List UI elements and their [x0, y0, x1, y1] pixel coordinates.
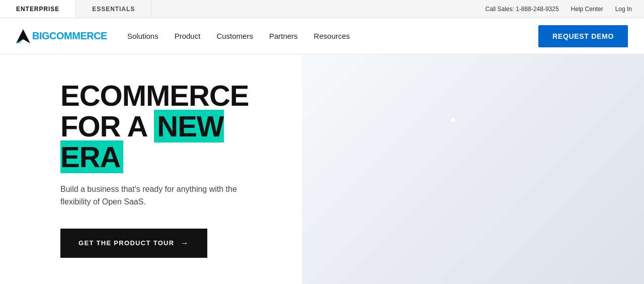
nav-links: Solutions Product Customers Partners Res… — [127, 32, 350, 41]
login-link[interactable]: Log In — [615, 6, 632, 13]
top-bar: ENTERPRISE ESSENTIALS Call Sales: 1-888-… — [0, 0, 644, 18]
top-bar-right: Call Sales: 1-888-248-9325 Help Center L… — [486, 6, 645, 13]
hero-cta-button[interactable]: GET THE PRODUCT TOUR → — [60, 229, 207, 258]
nav-customers[interactable]: Customers — [216, 32, 253, 40]
arrow-right-icon: → — [180, 239, 189, 248]
main-nav: BIGCOMMERCE Solutions Product Customers … — [0, 18, 644, 54]
hero-content: ECOMMERCE FOR A NEW ERA Build a business… — [0, 81, 282, 258]
logo[interactable]: BIGCOMMERCE — [16, 29, 107, 43]
nav-solutions[interactable]: Solutions — [127, 32, 158, 40]
help-center-link[interactable]: Help Center — [571, 6, 603, 13]
nav-partners[interactable]: Partners — [269, 32, 298, 40]
logo-big: BIG — [32, 30, 49, 41]
logo-text: BIGCOMMERCE — [32, 30, 107, 42]
nav-resources[interactable]: Resources — [314, 32, 350, 40]
hero-bg — [302, 54, 644, 284]
logo-icon — [16, 29, 30, 43]
hero-section: ECOMMERCE FOR A NEW ERA Build a business… — [0, 54, 644, 284]
hero-heading-line1: ECOMMERCE — [60, 79, 249, 112]
watch-center-dot — [451, 118, 455, 122]
tab-essentials[interactable]: ESSENTIALS — [76, 0, 151, 18]
call-sales-label: Call Sales: 1-888-248-9325 — [486, 6, 559, 13]
hero-subtitle: Build a business that's ready for anythi… — [60, 183, 252, 208]
request-demo-button[interactable]: REQUEST DEMO — [538, 25, 628, 47]
hero-cta-label: GET THE PRODUCT TOUR — [78, 239, 174, 247]
nav-product[interactable]: Product — [175, 32, 201, 40]
nav-left: BIGCOMMERCE Solutions Product Customers … — [16, 29, 350, 43]
svg-marker-0 — [16, 29, 30, 43]
hero-heading: ECOMMERCE FOR A NEW ERA — [60, 81, 282, 173]
top-bar-tabs: ENTERPRISE ESSENTIALS — [0, 0, 151, 18]
tab-enterprise[interactable]: ENTERPRISE — [0, 0, 76, 18]
hero-heading-line2: FOR A NEW ERA — [60, 110, 224, 173]
